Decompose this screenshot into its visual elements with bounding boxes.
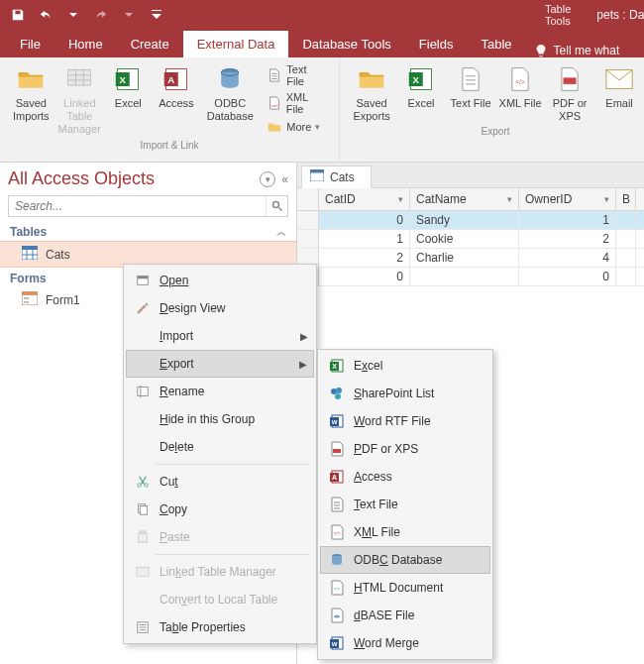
access-icon: A — [328, 468, 346, 486]
tab-database-tools[interactable]: Database Tools — [288, 31, 404, 57]
svg-point-29 — [138, 484, 142, 488]
search-input[interactable] — [9, 196, 266, 216]
pdf-xps-export-button[interactable]: PDF or XPS — [546, 61, 593, 123]
rename-icon — [134, 383, 152, 400]
column-header-ownerid[interactable]: OwnerID▾ — [519, 188, 616, 210]
undo-icon[interactable] — [34, 4, 57, 26]
tab-fields[interactable]: Fields — [405, 31, 468, 57]
submenu-odbc[interactable]: ODBC Database — [320, 546, 490, 574]
nav-title[interactable]: All Access Objects — [8, 168, 254, 189]
tab-table[interactable]: Table — [468, 31, 526, 57]
menu-copy[interactable]: Copy — [126, 496, 314, 523]
access-import-button[interactable]: A Access — [154, 61, 200, 110]
table-row-new[interactable]: 0 0 — [297, 268, 644, 286]
excel-import-button[interactable]: X Excel — [105, 61, 152, 110]
nav-menu-icon[interactable]: ▾ — [260, 171, 275, 187]
shutter-bar-icon[interactable]: « — [281, 172, 288, 186]
word-icon: W — [328, 634, 346, 652]
svg-point-53 — [334, 615, 340, 618]
excel-export-button[interactable]: X Excel — [397, 61, 445, 110]
pdf-icon — [554, 63, 586, 95]
ribbon: Saved Imports Linked Table Manager X Exc… — [0, 57, 644, 163]
submenu-access[interactable]: AAccess — [320, 463, 490, 491]
submenu-pdf-xps[interactable]: PDF or XPS — [320, 435, 490, 463]
select-all-cell[interactable] — [297, 188, 319, 210]
menu-hide-group[interactable]: Hide in this Group — [126, 405, 314, 433]
chevron-right-icon: ▶ — [299, 359, 307, 370]
xml-file-icon: </> — [328, 523, 346, 541]
redo-icon[interactable] — [89, 4, 113, 26]
database-icon — [214, 63, 246, 95]
svg-text:<>: <> — [334, 586, 340, 592]
folder-icon — [356, 63, 387, 95]
svg-rect-28 — [140, 386, 141, 397]
svg-rect-26 — [138, 277, 149, 279]
xml-file-export-button[interactable]: </> XML File — [496, 61, 544, 110]
saved-exports-button[interactable]: Saved Exports — [348, 61, 395, 123]
column-header-catid[interactable]: CatID▾ — [319, 188, 410, 210]
saved-imports-button[interactable]: Saved Imports — [8, 61, 54, 123]
linked-table-manager-button[interactable]: Linked Table Manager — [56, 61, 103, 136]
chevron-down-icon[interactable]: ▾ — [507, 194, 512, 204]
submenu-excel[interactable]: XExcel — [320, 352, 490, 380]
menu-export[interactable]: Export▶ — [126, 350, 314, 378]
email-export-button[interactable]: Email — [595, 61, 643, 110]
menu-open[interactable]: Open — [126, 267, 314, 294]
menu-design-view[interactable]: Design View — [126, 294, 314, 322]
menu-import[interactable]: Import▶ — [126, 322, 314, 350]
object-tab-cats[interactable]: Cats — [301, 166, 372, 188]
copy-icon — [134, 500, 152, 518]
table-row[interactable]: 1 Cookie 2 — [297, 230, 644, 249]
row-selector[interactable] — [297, 211, 319, 229]
tab-external-data[interactable]: External Data — [183, 31, 289, 57]
table-row[interactable]: 2 Charlie 4 — [297, 249, 644, 268]
undo-dropdown-icon[interactable] — [61, 4, 85, 26]
odbc-import-button[interactable]: ODBC Database — [201, 61, 259, 123]
tab-file[interactable]: File — [6, 31, 54, 57]
text-file-export-button[interactable]: Text File — [447, 61, 494, 110]
menu-rename[interactable]: Rename — [126, 378, 314, 405]
chevron-down-icon[interactable]: ▾ — [398, 194, 403, 204]
menu-separator — [156, 554, 310, 555]
svg-text:xml: xml — [271, 103, 278, 108]
more-import-button[interactable]: More ▾ — [263, 117, 331, 137]
svg-text:X: X — [413, 74, 420, 85]
save-icon[interactable] — [6, 4, 30, 26]
svg-point-16 — [272, 202, 278, 208]
submenu-sharepoint[interactable]: SharePoint List — [320, 380, 490, 407]
row-selector[interactable] — [297, 230, 319, 248]
menu-cut[interactable]: Cut — [126, 468, 314, 496]
menu-delete[interactable]: Delete — [126, 433, 314, 461]
tell-me[interactable]: Tell me what — [534, 44, 620, 57]
submenu-xml-file[interactable]: </>XML File — [320, 518, 490, 546]
datasheet-grid[interactable]: CatID▾ CatName▾ OwnerID▾ B 0 Sandy 1 1 C… — [297, 188, 644, 286]
submenu-text-file[interactable]: Text File — [320, 491, 490, 518]
menu-linked-table-manager[interactable]: Linked Table Manager — [126, 558, 314, 586]
database-icon — [328, 551, 346, 569]
column-header-b[interactable]: B — [616, 188, 636, 210]
submenu-dbase[interactable]: dBASE File — [320, 602, 490, 629]
submenu-html[interactable]: <>HTML Document — [320, 574, 490, 602]
xml-file-import-button[interactable]: xmlXML File — [263, 89, 331, 117]
redo-dropdown-icon[interactable] — [117, 4, 141, 26]
menu-table-properties[interactable]: Table Properties — [126, 613, 314, 641]
svg-point-40 — [331, 388, 337, 394]
column-header-catname[interactable]: CatName▾ — [410, 188, 519, 210]
nav-group-tables[interactable]: Tables︽ — [0, 221, 296, 241]
svg-rect-21 — [24, 297, 29, 299]
cut-icon — [134, 473, 152, 491]
search-icon[interactable] — [266, 196, 287, 216]
submenu-word-merge[interactable]: WWord Merge — [320, 629, 490, 657]
table-icon — [310, 169, 324, 184]
chevron-down-icon[interactable]: ▾ — [604, 194, 609, 204]
qat-customize-icon[interactable] — [145, 4, 168, 26]
menu-convert-local[interactable]: Convert to Local Table — [126, 586, 314, 613]
submenu-word-rtf[interactable]: WWord RTF File — [320, 407, 490, 435]
tab-create[interactable]: Create — [117, 31, 183, 57]
tab-home[interactable]: Home — [54, 31, 117, 57]
text-file-import-button[interactable]: Text File — [263, 61, 331, 89]
html-icon: <> — [328, 579, 346, 597]
chevron-right-icon: ▶ — [300, 331, 308, 342]
menu-paste[interactable]: Paste — [126, 523, 314, 551]
table-row[interactable]: 0 Sandy 1 — [297, 211, 644, 230]
